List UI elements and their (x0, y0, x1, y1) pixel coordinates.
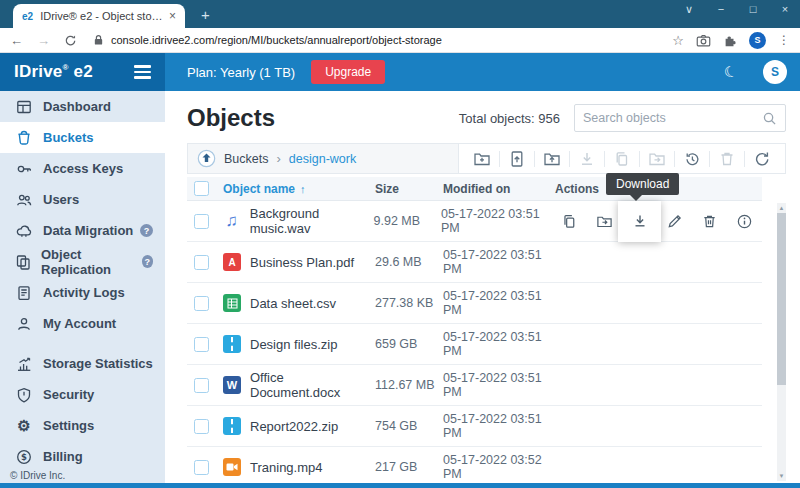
sidebar-item-users[interactable]: Users (0, 184, 165, 215)
sidebar-item-dashboard[interactable]: Dashboard (0, 91, 165, 122)
row-checkbox[interactable] (194, 214, 209, 229)
scroll-up-icon[interactable]: ▲ (779, 203, 785, 213)
row-checkbox[interactable] (194, 460, 209, 475)
sidebar-item-storage-statistics[interactable]: Storage Statistics (0, 348, 165, 379)
row-checkbox[interactable] (194, 337, 209, 352)
row-checkbox[interactable] (194, 378, 209, 393)
video-file-icon (223, 458, 241, 476)
scrollbar-thumb[interactable] (777, 213, 786, 385)
row-checkbox[interactable] (194, 419, 209, 434)
docx-file-icon: W (223, 376, 241, 394)
browser-profile-avatar[interactable]: S (749, 32, 766, 49)
plan-label: Plan: Yearly (1 TB) (187, 65, 295, 80)
bucket-home-icon[interactable] (197, 149, 216, 168)
sidebar-item-access-keys[interactable]: Access Keys (0, 153, 165, 184)
bucket-icon (15, 129, 33, 147)
download-toolbar-icon (578, 150, 596, 168)
extensions-puzzle-icon[interactable] (723, 33, 737, 47)
breadcrumb-root[interactable]: Buckets (224, 152, 268, 166)
history-icon[interactable] (683, 150, 701, 168)
reload-icon[interactable] (64, 34, 77, 47)
breadcrumb-separator: › (276, 151, 280, 166)
upload-folder-icon[interactable] (543, 150, 561, 168)
info-action-icon[interactable] (727, 201, 762, 242)
refresh-icon[interactable] (753, 150, 771, 168)
select-all-checkbox[interactable] (194, 181, 209, 196)
column-size[interactable]: Size (375, 182, 443, 196)
window-close-icon[interactable]: × (778, 3, 792, 16)
screenshot-root: e2 IDrive® e2 - Object storage × + ∨ − □… (0, 0, 800, 488)
sidebar-item-data-migration[interactable]: Data Migration ? (0, 215, 165, 246)
sidebar-item-billing[interactable]: $ Billing (0, 441, 165, 472)
dashboard-icon (15, 98, 33, 116)
sidebar-item-buckets[interactable]: Buckets (0, 122, 165, 153)
gear-icon: ⚙ (15, 417, 33, 435)
browser-tab[interactable]: e2 IDrive® e2 - Object storage × (13, 4, 185, 28)
hamburger-menu-icon[interactable] (134, 65, 151, 78)
account-avatar[interactable]: S (763, 60, 787, 84)
forward-icon[interactable]: → (37, 33, 50, 48)
url-text[interactable]: console.idrivee2.com/region/MI/buckets/a… (111, 34, 442, 46)
row-checkbox[interactable] (194, 296, 209, 311)
back-icon[interactable]: ← (10, 33, 23, 48)
search-icon[interactable] (762, 111, 777, 126)
tab-close-icon[interactable]: × (169, 9, 176, 23)
objects-table: Object name↑ Size Modified on Actions ♫B… (187, 177, 762, 484)
sidebar-item-settings[interactable]: ⚙ Settings (0, 410, 165, 441)
page-title: Objects (187, 104, 275, 132)
create-folder-icon[interactable] (473, 150, 491, 168)
table-row[interactable]: ABusiness Plan.pdf 29.6 MB 05-17-2022 03… (187, 242, 762, 283)
search-input[interactable] (583, 111, 762, 125)
table-row[interactable]: Data sheet.csv 277.38 KB 05-17-2022 03:5… (187, 283, 762, 324)
window-minimize-icon[interactable]: − (714, 3, 728, 16)
move-action-icon[interactable] (587, 201, 622, 242)
bottom-accent-bar (0, 483, 800, 488)
audio-file-icon: ♫ (223, 212, 241, 230)
table-row[interactable]: WOffice Document.docx 112.67 MB 05-17-20… (187, 365, 762, 406)
sidebar: Dashboard Buckets Access Keys Users Data… (0, 91, 165, 484)
breadcrumb-toolbar: Buckets › design-work (187, 143, 786, 174)
browser-tab-strip: e2 IDrive® e2 - Object storage × + ∨ − □… (0, 0, 800, 28)
screenshot-extension-icon[interactable] (696, 34, 711, 47)
total-objects-label: Total objects: 956 (459, 111, 560, 126)
search-box (574, 104, 786, 132)
table-row[interactable]: ♫Background music.wav 9.92 MB 05-17-2022… (187, 201, 762, 242)
copy-action-icon[interactable] (552, 201, 587, 242)
breadcrumb-current[interactable]: design-work (289, 152, 356, 166)
rename-action-icon[interactable] (657, 201, 692, 242)
sidebar-item-security[interactable]: Security (0, 379, 165, 410)
new-tab-button[interactable]: + (201, 6, 210, 23)
column-object-name[interactable]: Object name↑ (223, 182, 375, 196)
sidebar-item-my-account[interactable]: My Account (0, 308, 165, 339)
person-icon (15, 315, 33, 333)
delete-action-icon[interactable] (692, 201, 727, 242)
bookmark-star-icon[interactable]: ☆ (672, 33, 684, 48)
download-action-icon[interactable] (622, 201, 657, 242)
column-modified[interactable]: Modified on (443, 182, 555, 196)
upload-file-icon[interactable] (508, 150, 526, 168)
table-row[interactable]: Report2022.zip 754 GB 05-17-2022 03:51 P… (187, 406, 762, 447)
dark-mode-moon-icon[interactable]: ☾ (721, 62, 739, 83)
table-scrollbar[interactable]: ▲ ▼ (777, 203, 786, 481)
help-badge-icon[interactable]: ? (140, 224, 153, 237)
tab-title: IDrive® e2 - Object storage (40, 10, 163, 22)
table-row[interactable]: Design files.zip 659 GB 05-17-2022 03:51… (187, 324, 762, 365)
billing-icon: $ (15, 448, 33, 466)
window-maximize-icon[interactable]: □ (746, 3, 760, 16)
browser-menu-icon[interactable]: ⋮ (778, 33, 790, 47)
app-header: IDrive® e2 Plan: Yearly (1 TB) Upgrade ☾… (0, 53, 800, 91)
window-menu-icon[interactable]: ∨ (682, 3, 696, 16)
scroll-down-icon[interactable]: ▼ (779, 471, 785, 481)
upgrade-button[interactable]: Upgrade (311, 60, 385, 84)
svg-text:$: $ (21, 452, 27, 462)
sidebar-item-activity-logs[interactable]: Activity Logs (0, 277, 165, 308)
table-row[interactable]: Traning.mp4 217 GB 05-17-2022 03:52 PM (187, 447, 762, 484)
zip-file-icon (223, 417, 241, 435)
sidebar-item-object-replication[interactable]: Object Replication ? (0, 246, 165, 277)
favicon: e2 (22, 11, 33, 22)
help-badge-icon[interactable]: ? (142, 255, 153, 268)
idrive-logo: IDrive® e2 (14, 62, 93, 82)
row-checkbox[interactable] (194, 255, 209, 270)
replication-icon (15, 253, 31, 271)
shield-icon (15, 386, 33, 404)
